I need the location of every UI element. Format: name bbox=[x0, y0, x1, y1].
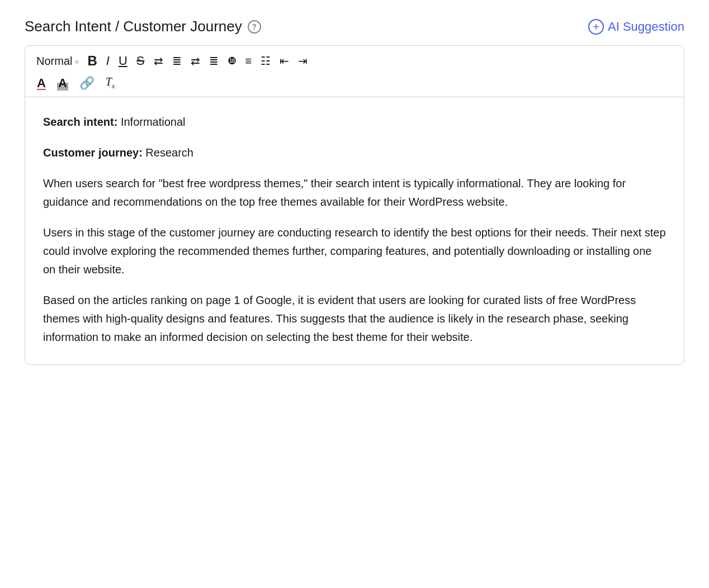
dropdown-arrow-icon: ⬦ bbox=[74, 56, 79, 65]
customer-journey-paragraph: Customer journey: Research bbox=[43, 144, 666, 162]
ai-plus-icon: + bbox=[588, 19, 604, 35]
align-left-icon: ⇄ bbox=[154, 55, 163, 67]
clear-format-icon: Tx bbox=[106, 75, 115, 91]
text-highlight-icon: A bbox=[57, 76, 68, 91]
unordered-list-icon: ≡ bbox=[245, 55, 252, 68]
header-left: Search Intent / Customer Journey ? bbox=[25, 18, 261, 35]
link-icon: 🔗 bbox=[79, 76, 94, 91]
align-right-icon: ⇄ bbox=[191, 55, 200, 67]
text-color-button[interactable]: A bbox=[34, 74, 49, 92]
underline-button[interactable]: U bbox=[116, 52, 130, 70]
editor-container: Normal ⬦ B I U S bbox=[25, 45, 684, 365]
ordered-list-icon: ❿ bbox=[228, 55, 237, 67]
indent-decrease-button[interactable]: ⇤ bbox=[277, 53, 292, 69]
content-paragraph-1: When users search for "best free wordpre… bbox=[43, 174, 666, 211]
toolbar-row2: A A 🔗 Tx bbox=[34, 74, 675, 92]
page-wrapper: Search Intent / Customer Journey ? + AI … bbox=[25, 18, 684, 365]
check-list-icon: ☷ bbox=[261, 54, 271, 68]
align-right-button[interactable]: ⇄ bbox=[188, 54, 203, 68]
ai-suggestion-button[interactable]: + AI Suggestion bbox=[588, 19, 684, 35]
clear-format-button[interactable]: Tx bbox=[103, 74, 117, 92]
indent-decrease-icon: ⇤ bbox=[280, 54, 289, 68]
bold-button[interactable]: B bbox=[84, 51, 100, 70]
link-button[interactable]: 🔗 bbox=[77, 74, 97, 92]
text-highlight-button[interactable]: A bbox=[54, 74, 71, 92]
check-list-button[interactable]: ☷ bbox=[258, 53, 273, 69]
help-icon[interactable]: ? bbox=[248, 20, 261, 34]
customer-journey-label: Customer journey: bbox=[43, 146, 143, 159]
editor-content[interactable]: Search intent: Informational Customer jo… bbox=[25, 97, 684, 364]
indent-increase-icon: ⇥ bbox=[298, 54, 308, 68]
search-intent-label: Search intent: bbox=[43, 116, 117, 128]
unordered-list-button[interactable]: ≡ bbox=[243, 53, 255, 69]
strikethrough-button[interactable]: S bbox=[134, 52, 148, 70]
search-intent-paragraph: Search intent: Informational bbox=[43, 113, 666, 131]
align-justify-button[interactable]: ≣ bbox=[206, 54, 221, 68]
content-paragraph-2: Users in this stage of the customer jour… bbox=[43, 224, 666, 279]
toolbar: Normal ⬦ B I U S bbox=[25, 46, 684, 97]
align-center-icon: ≣ bbox=[172, 55, 182, 67]
ordered-list-button[interactable]: ❿ bbox=[225, 53, 239, 69]
align-justify-icon: ≣ bbox=[209, 55, 219, 67]
align-center-button[interactable]: ≣ bbox=[169, 54, 185, 68]
italic-button[interactable]: I bbox=[103, 52, 112, 70]
toolbar-row1: Normal ⬦ B I U S bbox=[34, 51, 675, 70]
text-color-icon: A bbox=[37, 76, 46, 91]
style-dropdown[interactable]: Normal ⬦ bbox=[34, 54, 81, 69]
content-paragraph-3: Based on the articles ranking on page 1 … bbox=[43, 291, 666, 347]
page-title: Search Intent / Customer Journey bbox=[25, 18, 242, 35]
header-row: Search Intent / Customer Journey ? + AI … bbox=[25, 18, 684, 35]
align-left-button[interactable]: ⇄ bbox=[151, 54, 166, 68]
indent-increase-button[interactable]: ⇥ bbox=[295, 53, 310, 69]
